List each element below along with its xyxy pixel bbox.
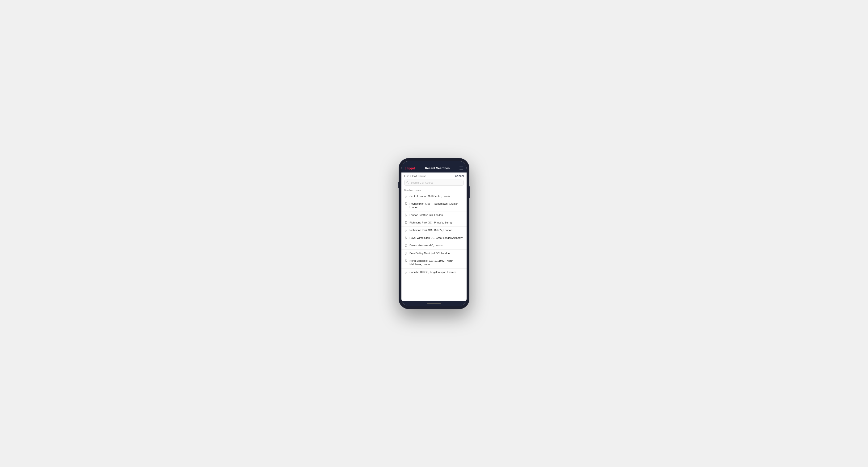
courses-section: Nearby courses Central London Golf Centr… [401,187,467,301]
list-item[interactable]: Brent Valley Municipal GC, London [401,250,467,257]
svg-line-1 [408,183,409,183]
list-item[interactable]: Royal Wimbledon GC, Great London Authori… [401,234,467,242]
section-label: Nearby courses [401,187,467,192]
svg-point-3 [406,203,406,204]
course-name: Royal Wimbledon GC, Great London Authori… [409,236,463,240]
course-name: London Scottish GC, London [409,213,443,217]
nav-header: clippd Recent Searches [401,164,467,173]
pin-icon [404,229,408,232]
pin-icon [404,259,408,262]
svg-point-8 [406,245,406,246]
list-item[interactable]: London Scottish GC, London [401,212,467,219]
svg-point-4 [406,214,406,215]
hamburger-icon[interactable] [460,166,463,169]
cancel-button[interactable]: Cancel [455,175,464,178]
svg-point-7 [406,238,406,238]
svg-point-10 [406,260,406,261]
svg-point-9 [406,252,406,253]
pin-icon [404,214,408,217]
nav-title: Recent Searches [425,166,450,170]
pin-icon [404,237,408,240]
search-area: Find a Golf Course Cancel [401,173,467,187]
list-item[interactable]: Richmond Park GC - Prince's, Surrey [401,219,467,226]
home-indicator [401,301,467,306]
svg-point-5 [406,222,406,223]
search-input[interactable] [404,180,464,186]
list-item[interactable]: Richmond Park GC - Duke's, London [401,226,467,234]
course-name: Central London Golf Centre, London [409,194,451,198]
pin-icon [404,244,408,247]
course-list: Central London Golf Centre, London Roeha… [401,192,467,276]
home-bar [427,303,441,304]
pin-icon [404,195,408,198]
list-item[interactable]: Dukes Meadows GC, London [401,242,467,249]
course-name: Roehampton Club - Roehampton, Greater Lo… [409,202,464,209]
svg-point-11 [406,271,406,272]
search-icon [406,181,409,184]
course-name: Brent Valley Municipal GC, London [409,252,450,255]
phone-screen: clippd Recent Searches Find a Golf Cours… [401,161,467,306]
app-logo: clippd [405,166,415,170]
course-name: Dukes Meadows GC, London [409,244,443,247]
phone-frame: clippd Recent Searches Find a Golf Cours… [399,158,469,309]
status-bar [401,161,467,164]
pin-icon [404,202,408,206]
list-item[interactable]: North Middlesex GC (1011942 - North Midd… [401,257,467,269]
search-header: Find a Golf Course Cancel [404,175,464,178]
svg-point-6 [406,229,406,230]
course-name: Richmond Park GC - Prince's, Surrey [409,221,453,224]
pin-icon [404,271,408,274]
find-label: Find a Golf Course [404,175,426,178]
svg-point-2 [406,195,406,196]
list-item[interactable]: Coombe Hill GC, Kingston upon Thames [401,269,467,276]
course-name: Richmond Park GC - Duke's, London [409,228,452,232]
list-item[interactable]: Roehampton Club - Roehampton, Greater Lo… [401,200,467,212]
pin-icon [404,252,408,255]
list-item[interactable]: Central London Golf Centre, London [401,192,467,200]
search-input-wrap [404,180,464,186]
course-name: Coombe Hill GC, Kingston upon Thames [409,271,457,274]
course-name: North Middlesex GC (1011942 - North Midd… [409,259,464,267]
pin-icon [404,221,408,224]
